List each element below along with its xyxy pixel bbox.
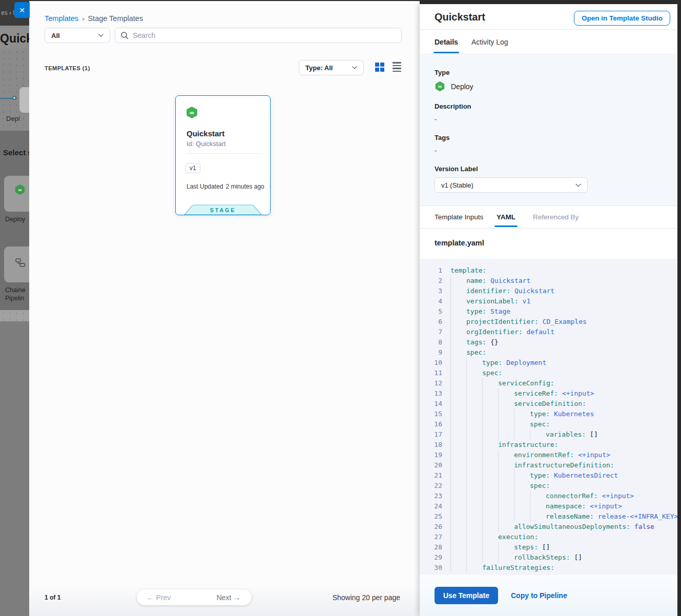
tab-details[interactable]: Details [435,38,458,46]
view-toggle [375,62,401,72]
deploy-card-label: Deploy [5,215,25,223]
type-value-row: ∞ Deploy [435,81,677,92]
version-badge: v1 [185,163,200,173]
yaml-line: 23connectorRef: <+input> [425,491,677,501]
yaml-line: 24namespace: <+input> [425,501,677,511]
last-updated: Last Updated2 minutes ago [187,183,264,190]
yaml-line: 2name: Quickstart [425,276,677,286]
yaml-line: 29rollbackSteps: [] [425,552,677,563]
deploy-stage-icon: ∞ [185,106,198,119]
yaml-line: 18infrastructure: [425,440,677,450]
chained-pipeline-card [4,247,29,282]
open-in-template-studio-button[interactable]: Open in Template Studio [574,11,670,26]
panel-footer: Use Template Copy to Pipeline [420,575,677,616]
details-section: Type ∞ Deploy Description - Tags - Versi… [420,54,677,206]
breadcrumb-chevron-icon: › [82,15,84,23]
yaml-line: 3identifier: Quickstart [425,286,677,296]
breadcrumb: Templates›Stage Templates [45,14,143,23]
yaml-line: 15type: Kubernetes [425,409,677,419]
yaml-line: 19environmentRef: <+input> [425,450,677,460]
yaml-line: 8tags: {} [425,337,677,347]
content-tabs: Template Inputs YAML Referenced By [420,206,677,229]
deploy-stage-icon: ∞ [435,81,445,92]
type-label: Type [435,69,677,76]
pipeline-stage-label: Depl [6,115,20,122]
tab-activity-log[interactable]: Activity Log [471,38,508,46]
yaml-line: 27execution: [425,532,677,542]
breadcrumb-templates-link[interactable]: Templates [45,14,78,23]
pagination-summary: 1 of 1 [45,594,60,601]
copy-to-pipeline-link[interactable]: Copy to Pipeline [511,591,567,600]
yaml-line: 26allowSimultaneousDeployments: false [425,522,677,532]
select-stage-heading: Select s [3,148,29,157]
list-view-button[interactable] [393,62,401,72]
yaml-filename: template.yaml [435,239,484,247]
yaml-line: 5type: Stage [425,306,677,317]
chevron-down-icon [575,183,581,187]
description-value: - [435,115,677,123]
yaml-file-bar: template.yaml [420,229,677,259]
version-label: Version Label [435,165,677,173]
yaml-line: 11spec: [425,368,677,378]
background-pipeline-title: Quicks [0,32,29,46]
filter-row: All [45,28,403,43]
yaml-line: 25releaseName: release-<+INFRA_KEY> [425,511,677,522]
yaml-line: 16spec: [425,419,677,429]
use-template-button[interactable]: Use Template [435,587,498,604]
card-divider [187,153,260,154]
prev-page-button[interactable]: ← Prev [137,589,181,605]
type-filter-value: Type: All [305,64,333,72]
yaml-line: 28steps: [] [425,542,677,552]
svg-text:∞: ∞ [438,84,442,89]
background-title-zone: Quicks [0,26,29,49]
tags-label: Tags [435,134,677,141]
yaml-line: 4versionLabel: v1 [425,296,677,306]
chevron-down-icon [352,66,357,69]
search-icon [120,31,129,39]
stage-type-badge: STAGE [184,204,262,215]
next-page-button[interactable]: Next → [205,589,252,605]
yaml-line: 17variables: [] [425,429,677,440]
svg-text:∞: ∞ [190,109,194,116]
chained-pipeline-icon [15,258,26,268]
description-label: Description [435,102,677,110]
version-dropdown[interactable]: v1 (Stable) [435,177,588,193]
pipeline-stage-node [19,87,29,113]
arrow-right-icon: → [233,593,240,602]
type-filter-dropdown[interactable]: Type: All [299,60,364,75]
yaml-code[interactable]: 1template:2name: Quickstart3identifier: … [420,259,677,575]
details-tabs: Details Activity Log [420,30,677,54]
template-title: Quickstart [435,11,485,23]
tab-template-inputs[interactable]: Template Inputs [435,213,483,221]
template-card-quickstart[interactable]: ∞ Quickstart Id: Quickstart v1 Last Upda… [175,95,271,215]
templates-count: TEMPLATES (1) [45,65,90,71]
page-1-button[interactable]: 1 [181,589,205,605]
close-icon: ✕ [19,6,25,14]
type-value: Deploy [451,83,473,91]
tab-yaml[interactable]: YAML [497,213,515,221]
breadcrumb-current: Stage Templates [88,14,143,23]
arrow-left-icon: ← [147,593,154,602]
pagination: 1 of 1 ← Prev 1 Next → Showing 20 per pa… [29,589,420,607]
templates-list-header: TEMPLATES (1) Type: All [45,59,404,76]
page-size-label: Showing 20 per page [333,593,400,602]
deploy-stage-icon: ∞ [14,184,26,195]
yaml-line: 12serviceConfig: [425,378,677,388]
yaml-line: 13serviceRef: <+input> [425,388,677,399]
scope-filter-dropdown[interactable]: All [45,28,110,43]
yaml-line: 21type: KubernetesDirect [425,470,677,481]
grid-view-button[interactable] [375,63,384,72]
pagination-pill: ← Prev 1 Next → [137,589,252,605]
yaml-line: 22spec: [425,481,677,491]
close-drawer-button[interactable]: ✕ [14,2,30,18]
background-dotted-band [0,310,29,321]
tab-referenced-by[interactable]: Referenced By [533,213,579,221]
yaml-line: 1template: [425,265,677,276]
search-input[interactable] [133,31,396,39]
background-pipeline-canvas: Depl [0,49,29,131]
yaml-line: 9spec: [425,347,677,358]
yaml-line: 14serviceDefinition: [425,399,677,409]
search-box [115,28,402,43]
yaml-line: 30failureStrategies: [425,563,677,573]
tags-value: - [435,147,677,154]
